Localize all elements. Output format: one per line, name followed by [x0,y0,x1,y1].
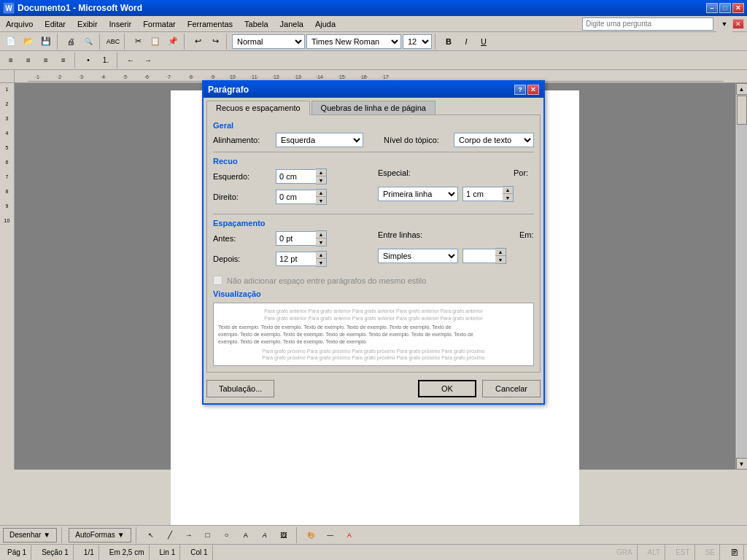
preview-line-5: exemplo. Texto de exemplo. Texto de exem… [218,338,529,346]
depois-spin-down[interactable]: ▼ [316,259,326,266]
draw-sep-1 [61,527,64,543]
desenhar-button[interactable]: Desenhar ▼ [3,528,57,542]
clipart-tool-button[interactable]: 🖼 [276,527,292,543]
autoformas-arrow-icon: ▼ [117,531,125,539]
section-visualizacao-label: Visualização [213,289,534,298]
fill-color-button[interactable]: 🎨 [303,527,320,543]
alinhamento-row: Alinhamento: Esquerda Centralizado Direi… [213,133,534,147]
por-spin-up[interactable]: ▲ [503,187,513,194]
por-label: Por: [514,168,534,177]
preview-line-7: Para grafo próximo Para grafo próximo Pa… [218,354,529,361]
tab-recuos[interactable]: Recuos e espaçamento [206,101,310,115]
textbox-tool-button[interactable]: A [238,527,254,543]
antes-spin-up[interactable]: ▲ [316,231,326,238]
por-input[interactable] [462,187,503,201]
em-input[interactable] [462,249,495,263]
desenhar-arrow-icon: ▼ [43,531,50,539]
em-label: Em: [519,230,534,239]
font-color-button[interactable]: A [341,527,357,543]
esquerdo-input[interactable] [276,169,316,184]
nivel-label: Nível do tópico: [384,136,449,144]
line-color-button[interactable]: — [322,527,338,543]
dialog-overlay: Parágrafo ? ✕ Recuos e espaçamento Quebr… [0,0,747,560]
tabulacao-button[interactable]: Tabulação... [206,380,274,397]
dialog-title-text: Parágrafo [208,85,249,95]
especial-label: Especial: [378,168,422,177]
status-mode-se: SE [701,545,720,560]
especial-select[interactable]: Primeira linha (nenhum) Deslocamento [378,187,458,201]
status-pages: 1/1 [80,545,99,560]
em-spinbox: ▲ ▼ [462,248,506,264]
depois-label: Depois: [213,254,271,263]
ellipse-tool-button[interactable]: ○ [219,527,235,543]
depois-spinbox: ▲ ▼ [276,251,327,267]
esquerdo-row: Esquerdo: ▲ ▼ [213,168,369,184]
direito-spinbox: ▲ ▼ [276,189,327,205]
antes-row: Antes: ▲ ▼ [213,230,369,246]
dialog-close-button[interactable]: ✕ [527,85,539,95]
status-line: Lin 1 [155,545,181,560]
esquerdo-label: Esquerdo: [213,172,271,181]
divider-1 [213,152,534,152]
section-recuo-label: Recuo [213,157,534,166]
em-spin-up[interactable]: ▲ [495,249,506,256]
por-spinbox: ▲ ▼ [462,186,514,202]
status-section: Seção 1 [37,545,74,560]
esquerdo-spin-up[interactable]: ▲ [316,169,326,176]
nao-adicionar-row: Não adicionar espaço entre parágrafos do… [213,276,534,285]
line-tool-button[interactable]: ╱ [162,527,178,543]
depois-input[interactable] [276,252,316,266]
dialog-help-button[interactable]: ? [514,85,526,95]
autoformas-button[interactable]: AutoFormas ▼ [69,528,131,542]
draw-sep-2 [136,527,139,543]
preview-line-2: Para grafo anterior Para grafo anterior … [218,315,529,322]
nao-adicionar-label: Não adicionar espaço entre parágrafos do… [227,276,426,285]
por-spin-down[interactable]: ▼ [503,194,513,201]
dialog-buttons: Tabulação... OK Cancelar [204,376,543,403]
esquerdo-spinbox: ▲ ▼ [276,168,327,184]
status-bar: Pág 1 Seção 1 1/1 Em 2,5 cm Lin 1 Col 1 … [0,544,747,560]
direito-label: Direito: [213,192,271,201]
alinhamento-select[interactable]: Esquerda Centralizado Direita Justificad… [276,133,363,147]
em-spin-down[interactable]: ▼ [495,256,506,263]
direito-input[interactable] [276,190,316,204]
preview-box: Para grafo anterior Para grafo anterior … [213,303,534,366]
alinhamento-label: Alinhamento: [213,136,271,144]
antes-label: Antes: [213,234,271,243]
status-mode-alt: ALT [643,545,666,560]
entre-linhas-label: Entre linhas: [378,230,429,239]
dialog-title-bar: Parágrafo ? ✕ [204,82,543,98]
preview-line-3: Texto de exemplo. Texto de exemplo. Text… [218,324,529,331]
dialog-tabs: Recuos e espaçamento Quebras de linha e … [204,98,543,114]
status-mode-est: EST [671,545,694,560]
draw-sep-3 [296,527,299,543]
rect-tool-button[interactable]: □ [200,527,216,543]
arrow-tool-button[interactable]: → [181,527,197,543]
divider-2 [213,214,534,214]
wordart-tool-button[interactable]: A [257,527,273,543]
tab-quebras[interactable]: Quebras de linha e de página [311,101,436,114]
status-extra-icon: 🖹 [726,545,744,560]
select-tool-button[interactable]: ↖ [143,527,159,543]
direito-spin-down[interactable]: ▼ [316,197,326,204]
status-page: Pág 1 [3,545,31,560]
preview-line-1: Para grafo anterior Para grafo anterior … [218,308,529,314]
dialog-body: Geral Alinhamento: Esquerda Centralizado… [206,114,541,373]
nao-adicionar-checkbox[interactable] [213,276,222,285]
cancelar-button[interactable]: Cancelar [482,380,541,397]
paragrafo-dialog: Parágrafo ? ✕ Recuos e espaçamento Quebr… [202,80,545,405]
esquerdo-spin-down[interactable]: ▼ [316,176,326,184]
antes-input[interactable] [276,231,316,246]
section-espacamento-label: Espaçamento [213,219,534,228]
entre-linhas-row: Entre linhas: Em: [378,230,534,239]
antes-spin-down[interactable]: ▼ [316,238,326,246]
direito-spin-up[interactable]: ▲ [316,190,326,197]
ok-button[interactable]: OK [418,380,476,397]
nivel-select[interactable]: Corpo de texto Nível 1 Nível 2 [454,133,534,147]
preview-line-6: Para grafo próximo Para grafo próximo Pa… [218,348,529,354]
depois-spin-up[interactable]: ▲ [316,252,326,259]
direito-row: Direito: ▲ ▼ [213,189,369,205]
entre-linhas-select[interactable]: Simples 1,5 linhas Duplo Mínimo Exatamen… [378,249,458,263]
status-col: Col 1 [186,545,212,560]
section-geral-label: Geral [213,121,534,130]
